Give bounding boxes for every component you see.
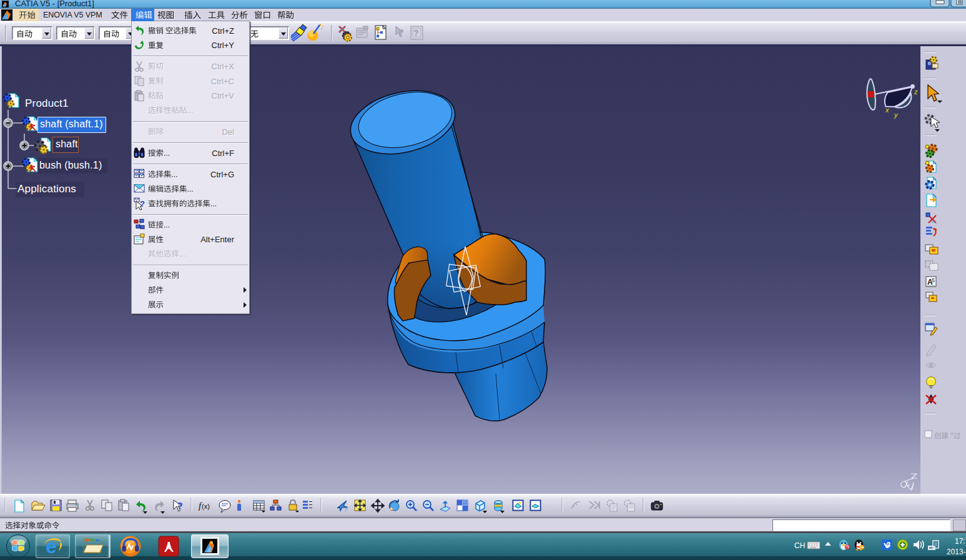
svg-text:?: ?: [413, 28, 419, 38]
svg-text:?: ?: [398, 27, 404, 37]
